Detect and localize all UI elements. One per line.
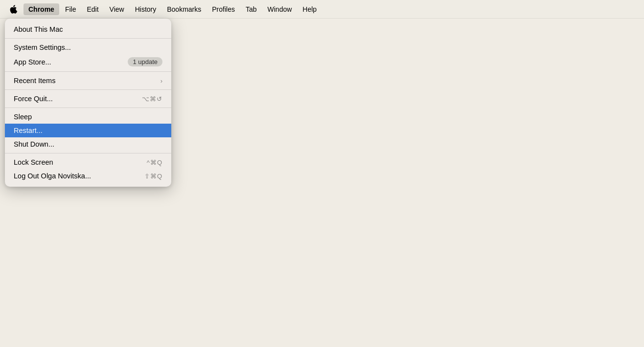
- shut-down[interactable]: Shut Down...: [5, 137, 171, 151]
- lock-screen-label: Lock Screen: [14, 158, 147, 166]
- recent-items-right: ›: [161, 77, 162, 85]
- tab-menu[interactable]: Tab: [241, 3, 262, 15]
- shut-down-label: Shut Down...: [14, 140, 162, 148]
- apple-dropdown: About This Mac System Settings... App St…: [5, 19, 171, 187]
- history-menu[interactable]: History: [130, 3, 161, 15]
- log-out-label: Log Out Olga Novitska...: [14, 172, 144, 180]
- log-out-shortcut: ⇧⌘Q: [144, 173, 162, 180]
- dropdown-section-4: Force Quit... ⌥⌘↺: [5, 89, 171, 107]
- system-settings-label: System Settings...: [14, 43, 162, 51]
- about-this-mac[interactable]: About This Mac: [5, 22, 171, 36]
- help-menu[interactable]: Help: [298, 3, 322, 15]
- lock-screen[interactable]: Lock Screen ^⌘Q: [5, 155, 171, 169]
- sleep[interactable]: Sleep: [5, 110, 171, 124]
- app-store-label: App Store...: [14, 58, 128, 66]
- force-quit-shortcut: ⌥⌘↺: [142, 95, 162, 103]
- update-badge: 1 update: [128, 57, 162, 66]
- about-this-mac-label: About This Mac: [14, 25, 162, 33]
- dropdown-section-6: Lock Screen ^⌘Q Log Out Olga Novitska...…: [5, 153, 171, 184]
- bookmarks-menu[interactable]: Bookmarks: [162, 3, 206, 15]
- dropdown-section-3: Recent Items ›: [5, 71, 171, 88]
- view-menu[interactable]: View: [105, 3, 129, 15]
- app-store[interactable]: App Store... 1 update: [5, 54, 171, 69]
- window-menu[interactable]: Window: [263, 3, 297, 15]
- force-quit[interactable]: Force Quit... ⌥⌘↺: [5, 92, 171, 106]
- recent-items-label: Recent Items: [14, 77, 161, 85]
- dropdown-section-2: System Settings... App Store... 1 update: [5, 38, 171, 70]
- file-menu[interactable]: File: [60, 3, 81, 15]
- edit-menu[interactable]: Edit: [82, 3, 103, 15]
- menu-bar: Chrome File Edit View History Bookmarks …: [0, 0, 644, 19]
- force-quit-label: Force Quit...: [14, 95, 142, 103]
- restart[interactable]: Restart...: [5, 124, 171, 137]
- system-settings[interactable]: System Settings...: [5, 41, 171, 54]
- chevron-right-icon: ›: [161, 77, 162, 85]
- lock-screen-shortcut: ^⌘Q: [147, 159, 162, 166]
- chrome-menu[interactable]: Chrome: [23, 3, 59, 15]
- app-store-badge-container: 1 update: [128, 57, 162, 66]
- restart-label: Restart...: [14, 127, 162, 134]
- log-out[interactable]: Log Out Olga Novitska... ⇧⌘Q: [5, 169, 171, 183]
- sleep-label: Sleep: [14, 113, 162, 121]
- apple-menu-button[interactable]: [4, 0, 23, 19]
- dropdown-section-5: Sleep Restart... Shut Down...: [5, 108, 171, 152]
- dropdown-section-1: About This Mac: [5, 22, 171, 37]
- profiles-menu[interactable]: Profiles: [207, 3, 240, 15]
- recent-items[interactable]: Recent Items ›: [5, 74, 171, 87]
